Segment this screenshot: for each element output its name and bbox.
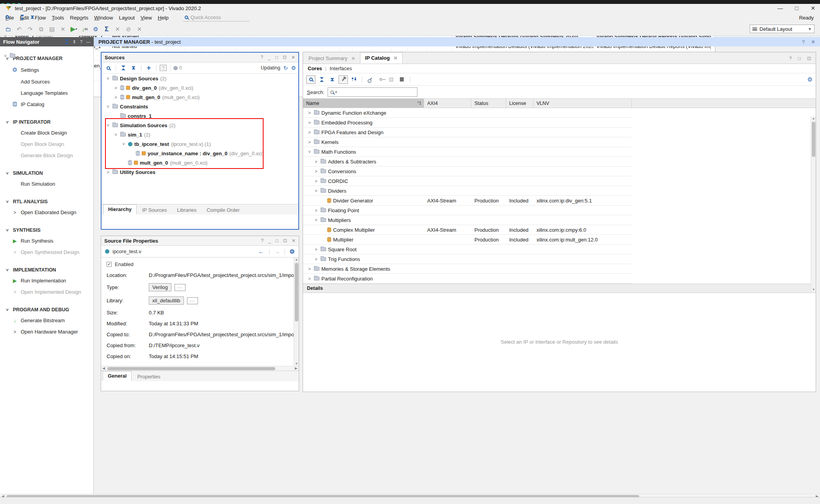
expander-open-icon[interactable]: > bbox=[314, 188, 319, 193]
expander-closed-icon[interactable]: > bbox=[105, 170, 111, 174]
ip-row-divider-generator[interactable]: Divider GeneratorAXI4-StreamProductionIn… bbox=[303, 196, 632, 206]
expander-closed-icon[interactable]: > bbox=[307, 130, 312, 135]
flow-section-header[interactable]: >IMPLEMENTATION bbox=[0, 265, 93, 275]
close-panel-icon[interactable]: ✕ bbox=[292, 238, 296, 243]
ip-row-adders-subtracters[interactable]: >Adders & Subtracters bbox=[303, 157, 632, 167]
ellipsis-button[interactable]: ··· bbox=[187, 297, 198, 304]
ip-row-complex-multiplier[interactable]: Complex MultiplierAXI4-StreamProductionI… bbox=[303, 225, 632, 235]
expander-closed-icon[interactable]: > bbox=[314, 247, 319, 252]
maximize-panel-icon[interactable]: □ bbox=[275, 55, 278, 60]
report-sum-icon[interactable]: Σ bbox=[102, 25, 112, 34]
tree-item-simulation-sources[interactable]: >Simulation Sources(2) bbox=[102, 121, 298, 130]
copy-icon[interactable]: ⧉ bbox=[36, 25, 46, 34]
generate-bitstream-icon[interactable]: ↓01 bbox=[80, 25, 90, 34]
menu-item-reports[interactable]: Reports bbox=[70, 14, 94, 22]
sidebar-item-add-sources[interactable]: Add Sources bbox=[0, 76, 93, 87]
expander-open-icon[interactable]: > bbox=[106, 76, 111, 81]
ip-row-dynamic-function-exchange[interactable]: >Dynamic Function eXchange bbox=[303, 108, 632, 118]
flow-section-header[interactable]: >PROGRAM AND DEBUG bbox=[0, 305, 93, 315]
expander-open-icon[interactable]: > bbox=[5, 120, 10, 125]
ip-row-trig-functions[interactable]: >Trig Functions bbox=[303, 254, 632, 264]
collapse-all-icon[interactable] bbox=[119, 64, 128, 72]
expander-closed-icon[interactable]: > bbox=[307, 120, 312, 125]
search-icon[interactable] bbox=[306, 75, 316, 84]
expander-open-icon[interactable]: > bbox=[121, 142, 126, 147]
tab-libraries[interactable]: Libraries bbox=[172, 206, 201, 215]
menu-item-window[interactable]: Window bbox=[94, 14, 119, 22]
help-icon[interactable]: ? bbox=[260, 55, 263, 60]
menu-item-tools[interactable]: Tools bbox=[52, 14, 70, 22]
ip-row-memories-storage-elements[interactable]: >Memories & Storage Elements bbox=[303, 264, 632, 274]
close-window-icon[interactable]: ✕ bbox=[810, 5, 816, 11]
tree-item-mult-gen-0[interactable]: mult_gen_0(mult_gen_0.xci) bbox=[102, 158, 298, 167]
tab-compile-order[interactable]: Compile Order bbox=[202, 206, 244, 215]
tab-cores[interactable]: Cores bbox=[308, 66, 322, 71]
vertical-scrollbar[interactable]: ▲ ▼ bbox=[294, 257, 299, 366]
expander-open-icon[interactable]: > bbox=[3, 53, 8, 59]
property-value-box[interactable]: xil_defaultlib bbox=[149, 296, 184, 305]
close-tab-icon[interactable]: ✕ bbox=[351, 56, 355, 61]
property-value-box[interactable]: Verilog bbox=[149, 283, 171, 291]
collapse-all-icon[interactable] bbox=[317, 76, 326, 83]
properties-panel-header[interactable]: Source File Properties ? _ □ ⊡ ✕ bbox=[101, 236, 299, 246]
flow-section-header[interactable]: >SYNTHESIS bbox=[0, 225, 93, 235]
sidebar-item-generate-bitstream[interactable]: ↓Generate Bitstream bbox=[0, 315, 93, 326]
tab-properties[interactable]: Properties bbox=[132, 372, 165, 381]
expander-closed-icon[interactable]: > bbox=[307, 140, 312, 144]
expander-open-icon[interactable]: > bbox=[106, 104, 111, 109]
back-arrow-icon[interactable]: ← bbox=[258, 248, 264, 255]
close-icon[interactable]: ✕ bbox=[811, 39, 815, 45]
expander-closed-icon[interactable]: > bbox=[314, 257, 319, 261]
tree-item-your-instance-name-div-gen-0[interactable]: your_instance_name : div_gen_0(div_gen_0… bbox=[102, 149, 298, 158]
sidebar-item-run-simulation[interactable]: Run Simulation bbox=[0, 178, 93, 190]
quick-access-search[interactable]: Quick Access bbox=[183, 14, 250, 21]
tree-item-div-gen-0[interactable]: >div_gen_0(div_gen_0.xci) bbox=[102, 83, 298, 92]
sidebar-item-run-synthesis[interactable]: ▶Run Synthesis bbox=[0, 235, 93, 247]
sidebar-item-open-elaborated-design[interactable]: >Open Elaborated Design bbox=[0, 207, 93, 218]
tab-hierarchy[interactable]: Hierarchy bbox=[103, 204, 137, 215]
search-icon[interactable] bbox=[104, 64, 112, 72]
gear-icon[interactable]: ⚙ bbox=[290, 248, 295, 255]
expander-open-icon[interactable]: > bbox=[5, 268, 10, 273]
tab-project-summary[interactable]: Project Summary✕ bbox=[304, 53, 360, 64]
expander-open-icon[interactable]: > bbox=[307, 149, 312, 154]
expander-open-icon[interactable]: > bbox=[5, 171, 10, 176]
forward-arrow-icon[interactable]: → bbox=[274, 248, 280, 255]
expander-closed-icon[interactable]: > bbox=[314, 169, 319, 174]
expander-closed-icon[interactable]: > bbox=[314, 208, 319, 213]
tab-general[interactable]: General bbox=[103, 371, 132, 381]
ip-row-multiplier[interactable]: MultiplierProductionIncludedxilinx.com:i… bbox=[303, 235, 632, 245]
sidebar-item-open-hardware-manager[interactable]: >Open Hardware Manager bbox=[0, 326, 93, 337]
ip-row-kernels[interactable]: >Kernels bbox=[303, 137, 632, 147]
tree-item-sim-1[interactable]: >sim_1(2) bbox=[102, 130, 298, 139]
tree-item-constrs-1[interactable]: constrs_1 bbox=[102, 111, 298, 121]
float-panel-icon[interactable]: ⊡ bbox=[807, 56, 811, 61]
help-icon[interactable]: ? bbox=[80, 39, 82, 44]
flow-section-header[interactable]: >RTL ANALYSIS bbox=[0, 197, 93, 207]
menu-item-layout[interactable]: Layout bbox=[119, 14, 141, 22]
expander-closed-icon[interactable]: > bbox=[113, 95, 118, 99]
ip-row-math-functions[interactable]: >Math Functions bbox=[303, 147, 632, 157]
ip-row-fpga-features-and-design[interactable]: >FPGA Features and Design bbox=[303, 128, 632, 137]
ip-row-multipliers[interactable]: >Multipliers bbox=[303, 215, 632, 225]
column-header-status[interactable]: Status bbox=[471, 99, 506, 108]
sidebar-item-language-templates[interactable]: Language Templates bbox=[0, 87, 93, 99]
expander-open-icon[interactable]: > bbox=[314, 218, 319, 223]
delete-icon[interactable]: ✕ bbox=[58, 25, 68, 34]
undo-icon[interactable]: ↶ bbox=[14, 25, 24, 34]
sidebar-item-run-implementation[interactable]: ▶Run Implementation bbox=[0, 275, 93, 286]
help-icon[interactable]: ? bbox=[261, 238, 264, 243]
customize-ip-wrench-icon[interactable] bbox=[366, 76, 374, 83]
redo-icon[interactable]: ↷ bbox=[25, 25, 35, 34]
menu-item-flow[interactable]: Flow bbox=[35, 14, 52, 22]
expander-closed-icon[interactable]: > bbox=[307, 266, 312, 271]
sidebar-item-settings[interactable]: ⚙Settings bbox=[0, 64, 93, 76]
refresh-icon[interactable]: ↻ bbox=[283, 65, 288, 71]
expand-all-icon[interactable] bbox=[328, 76, 337, 83]
sources-panel-header[interactable]: Sources ? _ □ ⊡ ✕ bbox=[102, 53, 298, 62]
expand-all-icon[interactable] bbox=[129, 64, 138, 72]
vertical-scrollbar[interactable]: ▲ ▼ bbox=[811, 116, 816, 292]
tree-item-constraints[interactable]: >Constraints bbox=[102, 102, 298, 111]
ip-row-floating-point[interactable]: >Floating Point bbox=[303, 206, 632, 215]
ip-row-embedded-processing[interactable]: >Embedded Processing bbox=[303, 118, 632, 128]
